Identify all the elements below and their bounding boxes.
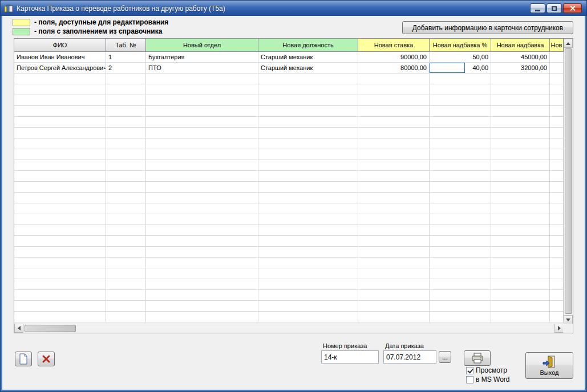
cell[interactable] (14, 138, 106, 149)
cell[interactable] (258, 84, 358, 95)
cell[interactable] (550, 117, 564, 128)
cell[interactable] (358, 247, 430, 258)
preview-checkbox[interactable]: Просмотр (466, 366, 507, 374)
cell[interactable] (430, 203, 491, 214)
cell[interactable] (14, 258, 106, 268)
cell[interactable] (106, 171, 146, 182)
cell[interactable] (550, 84, 564, 95)
cell[interactable]: Петров Сергей Александрович (14, 63, 106, 74)
cell[interactable] (258, 193, 358, 203)
cell[interactable] (430, 106, 491, 117)
cell[interactable] (550, 63, 564, 74)
cell[interactable] (358, 268, 430, 279)
scroll-left-button[interactable] (14, 324, 23, 333)
cell[interactable] (430, 247, 491, 258)
cell[interactable] (550, 160, 564, 171)
cell[interactable] (258, 171, 358, 182)
cell[interactable] (106, 290, 146, 301)
scroll-up-button[interactable] (564, 39, 573, 48)
cell[interactable] (14, 117, 106, 128)
column-header[interactable]: Нов (550, 39, 564, 52)
cell[interactable] (550, 225, 564, 236)
cell[interactable] (106, 193, 146, 203)
cell[interactable] (146, 301, 258, 312)
new-order-button[interactable] (15, 352, 32, 366)
cell[interactable] (146, 268, 258, 279)
cell[interactable] (14, 225, 106, 236)
cell[interactable] (358, 312, 430, 322)
cell[interactable] (146, 138, 258, 149)
cell[interactable] (550, 138, 564, 149)
cell[interactable]: Иванов Иван Иванович (14, 52, 106, 63)
cell[interactable] (106, 236, 146, 247)
cell[interactable]: 45000,00 (491, 52, 550, 63)
cell[interactable] (430, 312, 491, 322)
cell[interactable] (146, 160, 258, 171)
cell[interactable] (430, 160, 491, 171)
cell[interactable] (358, 301, 430, 312)
cell[interactable]: 50,00 (430, 52, 491, 63)
cell[interactable] (146, 106, 258, 117)
cell[interactable] (14, 236, 106, 247)
cell[interactable]: Старший механик (258, 63, 358, 74)
column-header[interactable]: Новая должность (258, 39, 358, 52)
scroll-down-button[interactable] (564, 315, 573, 324)
cell[interactable] (430, 84, 491, 95)
order-date-input[interactable] (383, 350, 436, 364)
cell[interactable] (430, 258, 491, 268)
cell[interactable] (491, 290, 550, 301)
cell[interactable] (106, 74, 146, 84)
cell[interactable] (358, 182, 430, 193)
cell[interactable] (491, 106, 550, 117)
cell[interactable] (106, 214, 146, 225)
cell[interactable]: 40,00 (430, 63, 491, 74)
cell[interactable] (491, 214, 550, 225)
cell[interactable] (258, 279, 358, 290)
cell[interactable] (146, 247, 258, 258)
cell[interactable] (14, 95, 106, 106)
cell[interactable] (491, 258, 550, 268)
column-header[interactable]: Новая надбавка % (430, 39, 491, 52)
cell[interactable] (430, 279, 491, 290)
cell[interactable] (550, 95, 564, 106)
cell[interactable] (430, 74, 491, 84)
cell[interactable] (358, 225, 430, 236)
cell[interactable] (146, 258, 258, 268)
cell[interactable] (106, 95, 146, 106)
cell[interactable] (358, 138, 430, 149)
cell[interactable]: 1 (106, 52, 146, 63)
column-header[interactable]: Новая надбавка (491, 39, 550, 52)
cell[interactable] (550, 128, 564, 138)
cell[interactable] (430, 214, 491, 225)
cell[interactable] (430, 290, 491, 301)
cell[interactable] (491, 149, 550, 160)
cell[interactable] (550, 214, 564, 225)
horizontal-scroll-thumb[interactable] (25, 325, 76, 332)
cell[interactable] (491, 312, 550, 322)
cell[interactable] (146, 117, 258, 128)
cell[interactable]: ПТО (146, 63, 258, 74)
cell[interactable] (146, 236, 258, 247)
cell[interactable] (358, 236, 430, 247)
cell[interactable] (106, 225, 146, 236)
cell[interactable]: 2 (106, 63, 146, 74)
cell[interactable] (358, 128, 430, 138)
horizontal-scrollbar[interactable] (14, 324, 564, 333)
cell[interactable] (258, 160, 358, 171)
cell[interactable] (550, 203, 564, 214)
cell[interactable] (550, 258, 564, 268)
cell[interactable] (14, 160, 106, 171)
cell[interactable] (14, 268, 106, 279)
cell[interactable] (550, 279, 564, 290)
cell[interactable] (14, 171, 106, 182)
cell[interactable] (14, 193, 106, 203)
cell[interactable] (258, 301, 358, 312)
cell[interactable] (550, 149, 564, 160)
date-picker-button[interactable]: ... (439, 351, 451, 363)
cell[interactable] (14, 247, 106, 258)
cell[interactable] (146, 279, 258, 290)
cell[interactable] (258, 268, 358, 279)
column-header[interactable]: Новая ставка (358, 39, 430, 52)
cell[interactable] (258, 214, 358, 225)
cell[interactable] (491, 171, 550, 182)
